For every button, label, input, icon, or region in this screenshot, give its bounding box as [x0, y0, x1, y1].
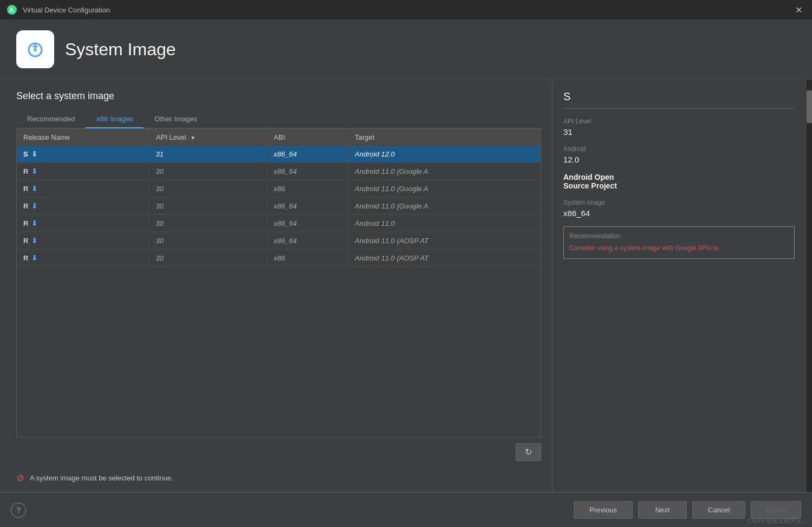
col-abi: ABI: [267, 129, 348, 146]
tab-otherimages[interactable]: Other Images: [144, 110, 208, 128]
title-bar-left: A Virtual Device Configuration: [7, 4, 110, 15]
android-studio-logo: [21, 35, 50, 64]
cell-api-level: 30: [150, 180, 267, 198]
cell-release-name: R⬇: [17, 163, 150, 180]
cell-target: Android 11.0 (Google A: [348, 163, 541, 180]
api-level-value: 31: [563, 127, 795, 136]
download-icon[interactable]: ⬇: [31, 167, 37, 175]
cell-abi: x86: [267, 180, 348, 198]
previous-button[interactable]: Previous: [574, 501, 633, 519]
warning-text: A system image must be selected to conti…: [30, 474, 173, 482]
svg-text:A: A: [9, 6, 14, 14]
cell-api-level: 30: [150, 198, 267, 215]
cell-api-level: 30: [150, 250, 267, 267]
app-icon: A: [7, 4, 17, 15]
android-value: 12.0: [563, 155, 795, 164]
cell-target: Android 11.0 (AOSP AT: [348, 250, 541, 267]
system-image-value: x86_64: [563, 209, 795, 218]
table-row[interactable]: R⬇30x86_64Android 11.0: [17, 215, 541, 232]
finish-button[interactable]: Finish: [751, 501, 801, 519]
release-letter: R: [23, 202, 28, 210]
download-icon[interactable]: ⬇: [31, 237, 37, 245]
table-body: S⬇31x86_64Android 12.0R⬇30x86_64Android …: [17, 146, 541, 267]
body-area: Select a system image Recommended x86 Im…: [0, 80, 812, 492]
right-panel: S API Level 31 Android 12.0 Android Open…: [552, 80, 812, 492]
table-row[interactable]: R⬇30x86_64Android 11.0 (AOSP AT: [17, 232, 541, 250]
cell-target: Android 11.0 (Google A: [348, 180, 541, 198]
tab-x86images[interactable]: x86 Images: [86, 110, 144, 128]
recommendation-box: Recommendation Consider using a system i…: [563, 226, 795, 259]
help-button[interactable]: ?: [11, 503, 26, 518]
download-icon[interactable]: ⬇: [31, 185, 37, 193]
header-logo: [16, 30, 54, 68]
page-title: System Image: [65, 40, 176, 60]
scroll-thumb[interactable]: [807, 90, 812, 123]
cell-target: Android 12.0: [348, 146, 541, 163]
col-target: Target: [348, 129, 541, 146]
cell-release-name: R⬇: [17, 198, 150, 214]
title-bar: A Virtual Device Configuration ✕: [0, 0, 812, 19]
warning-icon: ⊘: [16, 472, 24, 484]
svg-point-6: [34, 48, 37, 51]
title-bar-title: Virtual Device Configuration: [23, 6, 110, 14]
table-row[interactable]: S⬇31x86_64Android 12.0: [17, 146, 541, 163]
cell-abi: x86: [267, 250, 348, 267]
section-title: Select a system image: [16, 90, 541, 102]
cell-api-level: 30: [150, 232, 267, 250]
cell-target: Android 11.0 (AOSP AT: [348, 232, 541, 250]
left-panel: Select a system image Recommended x86 Im…: [0, 80, 552, 492]
table-header-row: Release Name API Level ▼ ABI Target: [17, 129, 541, 146]
cell-abi: x86_64: [267, 146, 348, 163]
download-icon[interactable]: ⬇: [31, 219, 37, 227]
cell-abi: x86_64: [267, 215, 348, 232]
vendor-value: Android OpenSource Project: [563, 173, 795, 190]
cell-target: Android 11.0: [348, 215, 541, 232]
cell-abi: x86_64: [267, 163, 348, 180]
tabs-container: Recommended x86 Images Other Images: [16, 110, 541, 128]
cell-release-name: S⬇: [17, 146, 150, 162]
table-row[interactable]: R⬇30x86_64Android 11.0 (Google A: [17, 163, 541, 180]
cell-abi: x86_64: [267, 198, 348, 215]
release-letter: R: [23, 167, 28, 175]
next-button[interactable]: Next: [638, 501, 687, 519]
download-icon[interactable]: ⬇: [31, 150, 37, 158]
warning-area: ⊘ A system image must be selected to con…: [16, 466, 541, 492]
download-icon[interactable]: ⬇: [31, 202, 37, 210]
detail-title: S: [563, 90, 795, 103]
close-button[interactable]: ✕: [792, 4, 805, 16]
cell-api-level: 30: [150, 215, 267, 232]
cell-release-name: R⬇: [17, 232, 150, 249]
release-letter: R: [23, 254, 28, 262]
sort-arrow: ▼: [190, 135, 196, 141]
cell-api-level: 30: [150, 163, 267, 180]
cell-api-level: 31: [150, 146, 267, 163]
release-letter: R: [23, 185, 28, 193]
table-row[interactable]: R⬇30x86_64Android 11.0 (Google A: [17, 198, 541, 215]
col-release-name: Release Name: [17, 129, 150, 146]
refresh-button[interactable]: ↻: [516, 443, 541, 461]
system-image-table: Release Name API Level ▼ ABI Target S⬇31…: [17, 129, 541, 267]
cell-release-name: R⬇: [17, 180, 150, 197]
table-container[interactable]: Release Name API Level ▼ ABI Target S⬇31…: [16, 128, 541, 438]
footer-left: ?: [11, 503, 26, 518]
refresh-area: ↻: [16, 438, 541, 466]
cell-release-name: R⬇: [17, 250, 150, 266]
android-label: Android: [563, 145, 795, 153]
cell-target: Android 11.0 (Google A: [348, 198, 541, 215]
cell-release-name: R⬇: [17, 215, 150, 232]
detail-divider: [563, 108, 795, 109]
table-row[interactable]: R⬇30x86Android 11.0 (Google A: [17, 180, 541, 198]
download-icon[interactable]: ⬇: [31, 254, 37, 262]
footer: ? Previous Next Cancel Finish: [0, 492, 812, 527]
cell-abi: x86_64: [267, 232, 348, 250]
table-row[interactable]: R⬇30x86Android 11.0 (AOSP AT: [17, 250, 541, 267]
scrollbar[interactable]: [807, 80, 812, 492]
release-letter: R: [23, 237, 28, 245]
tab-recommended[interactable]: Recommended: [16, 110, 86, 128]
system-image-label: System Image: [563, 199, 795, 206]
col-api-level[interactable]: API Level ▼: [150, 129, 267, 146]
main-content: System Image Select a system image Recom…: [0, 19, 812, 527]
header: System Image: [0, 19, 812, 80]
release-letter: R: [23, 219, 28, 227]
cancel-button[interactable]: Cancel: [692, 501, 745, 519]
